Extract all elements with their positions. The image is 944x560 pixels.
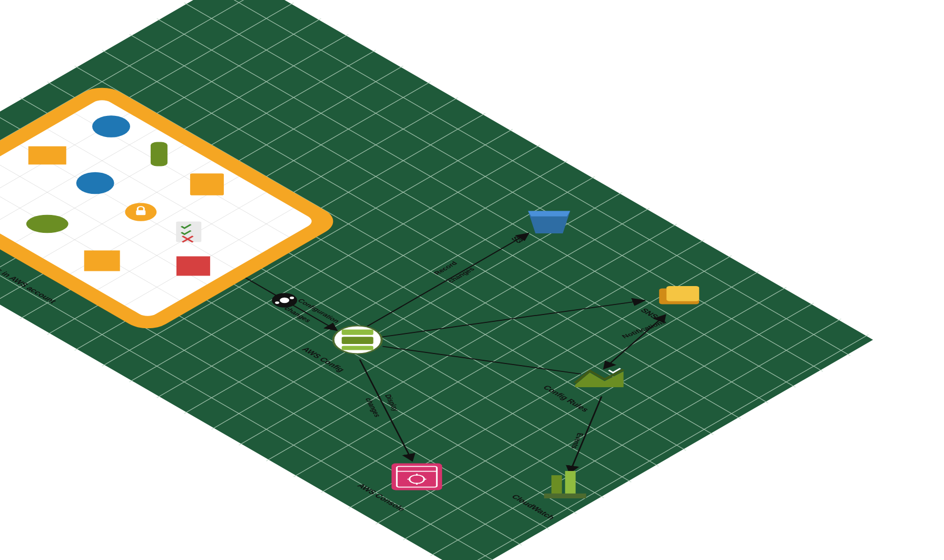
dynamodb-icon [190,173,224,195]
svg-rect-67 [342,337,373,344]
svg-point-64 [290,297,294,299]
db2-icon [76,172,114,194]
svg-rect-68 [342,329,373,335]
aws-console-node [391,464,442,490]
helmet-icon [26,215,68,233]
diagram-canvas: Resources in AWS account Configuration c… [0,0,944,560]
svg-rect-53 [136,210,145,215]
svg-rect-72 [552,475,562,496]
svg-rect-71 [666,286,699,301]
stack-icon [28,146,66,165]
svg-rect-73 [565,471,576,496]
svg-point-63 [280,298,289,303]
svg-rect-75 [391,464,442,490]
svg-rect-74 [544,494,586,498]
db-icon [92,115,130,137]
ec2-icon [84,250,120,271]
svg-point-65 [275,301,279,304]
aws-config-node [333,326,382,353]
sns-node [659,286,699,304]
cloudfront-icon [176,257,210,276]
gears-icon [272,293,297,308]
svg-rect-69 [342,346,373,350]
s3-node [528,211,570,233]
key-icon [151,142,168,166]
